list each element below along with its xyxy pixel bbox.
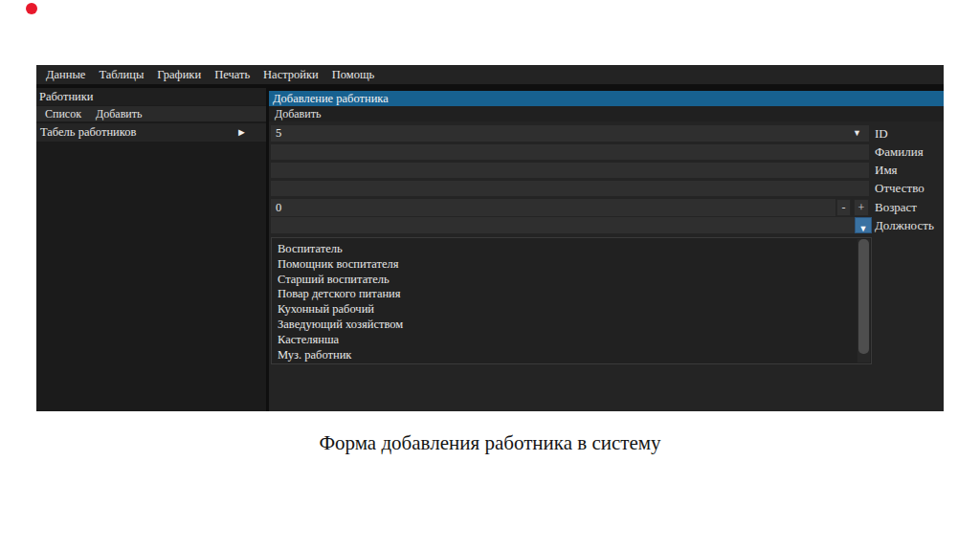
menu-item-tables[interactable]: Таблицы [92, 65, 150, 84]
field-label-position: Должность [875, 217, 934, 233]
menu-item-data[interactable]: Данные [39, 65, 92, 84]
list-item[interactable]: Повар детского питания [278, 287, 871, 302]
expand-right-icon: ► [236, 123, 247, 142]
menu-item-print[interactable]: Печать [208, 65, 256, 84]
sidebar-menu-list[interactable]: Список [45, 106, 81, 121]
sidebar-item-timesheet[interactable]: Табель работников ► [36, 123, 266, 142]
position-dropdown-button[interactable]: ▼ [855, 217, 872, 233]
sidebar-submenu: Список Добавить [36, 106, 266, 121]
list-item[interactable]: Кастелянша [278, 333, 871, 348]
field-label-age: Возраст [875, 199, 917, 216]
age-input[interactable]: 0 [271, 199, 835, 216]
slide-caption: Форма добавления работника в систему [0, 431, 980, 455]
position-combo[interactable] [271, 217, 855, 233]
field-label-patronymic: Отчество [875, 181, 924, 196]
id-value: 5 [276, 126, 281, 140]
menu-item-charts[interactable]: Графики [150, 65, 208, 84]
field-label-surname: Фамилия [875, 144, 924, 160]
sidebar: Работники Список Добавить Табель работни… [36, 88, 266, 411]
list-item[interactable]: Кухонный рабочий [278, 302, 871, 318]
firstname-input[interactable] [271, 163, 869, 178]
dropdown-icon[interactable]: ▼ [853, 125, 861, 142]
slide: Данные Таблицы Графики Печать Настройки … [0, 0, 980, 549]
scrollbar-thumb[interactable] [858, 239, 869, 354]
age-decrement-button[interactable]: - [836, 199, 851, 216]
app-window: Данные Таблицы Графики Печать Настройки … [36, 65, 944, 411]
menu-item-add-action[interactable]: Добавить [269, 106, 944, 121]
tab-add-worker[interactable]: Добавление работника [269, 91, 944, 106]
id-combo[interactable]: 5 ▼ [271, 125, 869, 142]
menu-item-settings[interactable]: Настройки [256, 65, 325, 84]
field-label-id: ID [875, 125, 888, 142]
record-dot-icon [26, 3, 37, 14]
position-list: Воспитатель Помощник воспитателя Старший… [271, 237, 872, 364]
list-item[interactable]: Помощник воспитателя [278, 257, 871, 273]
sidebar-title: Работники [36, 88, 266, 105]
list-item[interactable]: Воспитатель [278, 242, 871, 257]
sidebar-menu-add[interactable]: Добавить [96, 106, 142, 121]
field-label-firstname: Имя [875, 163, 898, 178]
patronymic-input[interactable] [271, 181, 869, 196]
sidebar-item-label: Табель работников [40, 125, 136, 139]
age-increment-button[interactable]: + [854, 199, 869, 216]
list-item[interactable]: Старший воспитатель [278, 273, 871, 288]
menu-bar: Данные Таблицы Графики Печать Настройки … [36, 65, 944, 84]
dropdown-icon: ▼ [859, 224, 868, 233]
main-panel: Добавление работника Добавить 5 ▼ 0 - + [269, 91, 944, 411]
menu-item-help[interactable]: Помощь [325, 65, 382, 84]
age-value: 0 [276, 201, 281, 214]
list-item[interactable]: Заведующий хозяйством [278, 318, 871, 333]
list-item[interactable]: Муз. работник [278, 348, 871, 363]
scrollbar[interactable] [858, 239, 870, 362]
surname-input[interactable] [271, 144, 869, 160]
